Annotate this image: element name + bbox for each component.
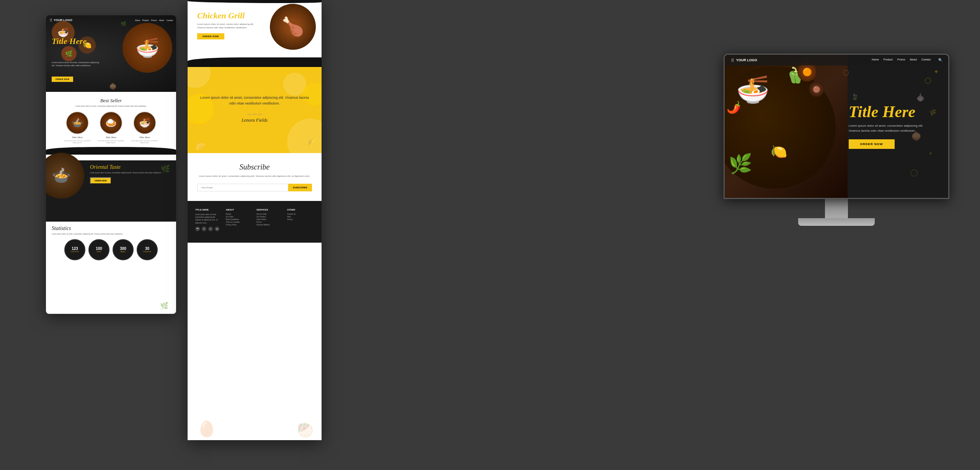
stat-menu: 300 MENU: [113, 239, 134, 260]
monitor-hero-title: Title Here: [849, 104, 941, 120]
product-grid: 🍲 Title Here lorem ipsum dolor sit amet,…: [50, 111, 172, 144]
mid-chicken-section: Chicken Grill Lorem ipsum dolor sit amet…: [188, 0, 322, 65]
monitor-screen: 🍴 YOUR LOGO Home Product Promo About Con…: [724, 54, 949, 199]
product-item-2: 🍛 Title Here lorem ipsum dolor sit amet,…: [96, 111, 126, 144]
footer-promo-link[interactable]: Promo: [256, 221, 283, 223]
left-hero-title: Title Here: [52, 36, 87, 46]
social-icons: 📸 f t ●: [195, 227, 222, 231]
left-hero-description: Lorem ipsum dolor sit amet, consectetur …: [52, 61, 101, 67]
monitor-deco-circle-1: [925, 78, 931, 84]
bg-circle-3: [283, 73, 306, 96]
right-monitor-mockup: 🍴 YOUR LOGO Home Product Promo About Con…: [724, 54, 949, 226]
footer-privacy-link[interactable]: Privacy Policy: [226, 224, 253, 226]
email-input[interactable]: [197, 184, 288, 191]
monitor-nav-product[interactable]: Product: [884, 58, 893, 62]
testimonial-divider: — — —: [247, 111, 262, 116]
monitor-deco-garlic: 🧄: [916, 93, 925, 102]
stats-deco-icon: 🌿: [160, 302, 168, 310]
footer-payment-link[interactable]: Payment Method: [256, 224, 283, 226]
monitor-nav-links: Home Product Promo About Contact 🔍: [872, 58, 942, 62]
monitor-stand-base: [798, 218, 875, 226]
product-desc-1: lorem ipsum dolor sit amet, consectetur …: [62, 140, 93, 144]
footer-brand-link[interactable]: Brand Guidelines: [226, 219, 253, 220]
monitor-hero-food: 🍜 🌿 🫑 🍋 🌶️ 🟠 🟤: [725, 55, 848, 198]
footer-grid: TITLE HERE Lorem ipsum dolor sit amet, c…: [195, 209, 314, 231]
mid-footer: TITLE HERE Lorem ipsum dolor sit amet, c…: [188, 201, 322, 243]
top-wave: [188, 0, 322, 3]
monitor-deco-circle-2: [911, 170, 918, 176]
left-navigation: 🍴 YOUR LOGO Home Product Promo About Con…: [49, 18, 173, 22]
oriental-order-button[interactable]: ORDER NOW: [90, 177, 111, 184]
monitor-hero-content: Title Here Lorem ipsum dolor sit amet, c…: [841, 55, 948, 198]
footer-contactus-link[interactable]: Contact Us: [287, 213, 314, 215]
monitor-order-button[interactable]: ORDER NOW: [849, 139, 895, 149]
deco-icon-garlic: 🧅: [109, 83, 117, 90]
nav-about[interactable]: About: [159, 19, 164, 21]
footer-col-1: TITLE HERE Lorem ipsum dolor sit amet, c…: [195, 209, 222, 231]
facebook-icon[interactable]: f: [202, 227, 206, 231]
nav-promo[interactable]: Promo: [151, 19, 157, 21]
subscribe-title: Subscribe: [197, 163, 312, 171]
chicken-desc: Lorem ipsum dolor sit amet, consec-tetur…: [197, 23, 258, 29]
footer-help-link[interactable]: Help: [287, 216, 314, 218]
footer-orderstatus-link[interactable]: Order Status: [256, 219, 283, 220]
chicken-food-image: 🍗: [270, 4, 316, 50]
monitor-spice-bowl-2: 🟤: [809, 82, 824, 97]
monitor-nav-promo[interactable]: Promo: [897, 58, 905, 62]
monitor-deco-star-2: ✦: [928, 150, 933, 157]
bg-circle-2: [287, 119, 322, 153]
subscribe-button[interactable]: SUBSCRIBE: [288, 184, 312, 191]
hero-food-bowl-3: 🌿: [61, 46, 77, 61]
stat-country-number: 30: [145, 246, 149, 251]
subscribe-form: SUBSCRIBE: [197, 184, 312, 191]
nav-product[interactable]: Product: [142, 19, 149, 21]
footer-howtoorder-link[interactable]: How to Order: [256, 213, 283, 215]
footer-col2-title: ABOUT: [226, 209, 253, 211]
monitor-nav-home[interactable]: Home: [872, 58, 879, 62]
monitor-stand-neck: [825, 199, 848, 218]
chicken-order-button[interactable]: ORDER NOW: [197, 33, 224, 39]
left-bestseller-section: Best Seller Lorem ipsum dolor sit amet, …: [46, 92, 176, 160]
left-order-button[interactable]: ORDER NOW: [52, 77, 73, 82]
footer-team-link[interactable]: Our Team: [226, 216, 253, 218]
footer-terms-link[interactable]: Terms & Condition: [226, 221, 253, 223]
footer-history-link[interactable]: History: [226, 213, 253, 215]
left-hero-section: 🍜 🍋 🌿 🍴 YOUR LOGO Home Product Promo Abo…: [46, 15, 176, 92]
stat-country: 30 COUNTRY: [137, 239, 158, 260]
monitor-search-icon[interactable]: 🔍: [938, 58, 942, 62]
oriental-deco-herb: 🌿: [161, 164, 170, 173]
footer-ourproduct-link[interactable]: Our Product: [256, 216, 283, 218]
footer-privacy2-link[interactable]: Privacy: [287, 219, 314, 220]
monitor-nav-contact[interactable]: Contact: [921, 58, 931, 62]
sub-deco-2: 🌮: [307, 138, 316, 146]
footer-col4-title: OTHER: [287, 209, 314, 211]
left-statistics-section: Statistics Lorem ipsum dolor sit amet, c…: [46, 222, 176, 264]
twitter-icon[interactable]: t: [208, 227, 213, 231]
statistics-description: Lorem ipsum dolor sit amet, consectetur …: [52, 233, 170, 235]
footer-col-4: OTHER Contact Us Help Privacy: [287, 209, 314, 231]
footer-col1-text: Lorem ipsum dolor sit amet, consectetur …: [195, 213, 222, 224]
nav-contact[interactable]: Contact: [167, 19, 173, 21]
sub-deco-1: 🥟: [195, 142, 206, 152]
stat-menu-label: MENU: [121, 251, 126, 253]
monitor-food-noodles: 🍜: [736, 74, 769, 105]
instagram-icon[interactable]: 📸: [195, 227, 200, 231]
statistics-title: Statistics: [52, 225, 170, 232]
monitor-nav-about[interactable]: About: [910, 58, 917, 62]
hero-main-food-image: [122, 23, 172, 73]
product-title-2: Title Here: [96, 136, 126, 139]
monitor-fork-knife-icon: 🍴: [730, 58, 735, 62]
other-icon[interactable]: ●: [215, 227, 219, 231]
testimonial-author: Lenora Fields: [242, 118, 268, 123]
left-bestseller-title: Best Seller: [50, 98, 172, 104]
stat-menu-number: 300: [120, 246, 126, 251]
nav-home[interactable]: Home: [135, 19, 140, 21]
product-item-1: 🍲 Title Here lorem ipsum dolor sit amet,…: [62, 111, 93, 144]
middle-webpage-mockup: Chicken Grill Lorem ipsum dolor sit amet…: [188, 0, 322, 440]
stat-chef-label: CHEF: [96, 251, 101, 253]
product-title-1: Title Here: [62, 136, 93, 139]
bg-circle-1: [188, 65, 211, 88]
stat-outlets-label: OUTLETS: [71, 251, 79, 253]
monitor-deco-star-1: ✦: [934, 68, 939, 75]
stats-row: 123 OUTLETS 100 CHEF 300 MENU 30 COUNTRY: [52, 239, 170, 260]
